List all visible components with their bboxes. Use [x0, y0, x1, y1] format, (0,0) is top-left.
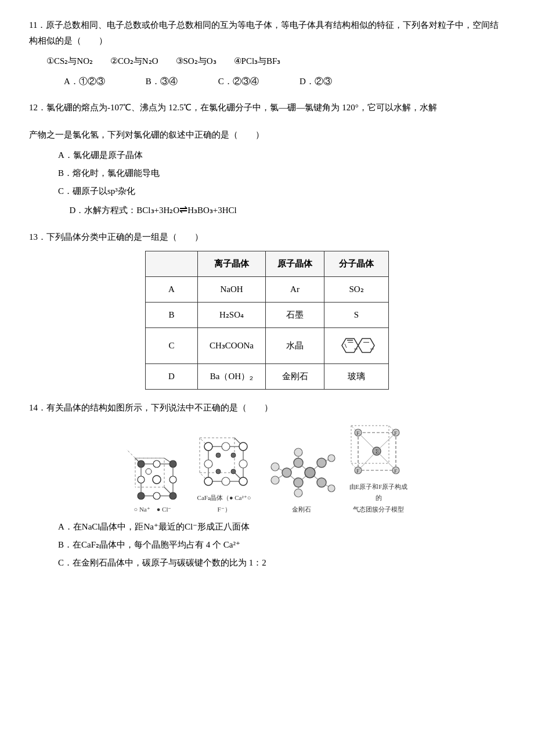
svg-line-94 [377, 433, 396, 451]
q11-opt-inline-3: ③SO₂与O₃ [176, 53, 217, 69]
diamond-crystal-svg [266, 447, 336, 502]
svg-line-11 [127, 449, 135, 458]
question-14: 14．有关晶体的结构如图所示，下列说法中不正确的是（ ） [29, 400, 505, 571]
q12-title: 12．氯化硼的熔点为-107℃、沸点为 12.5℃，在氯化硼分子中，氯—硼—氯键… [29, 100, 505, 116]
crystal-classification-table: 离子晶体 原子晶体 分子晶体 A NaOH Ar SO₂ B H₂SO₄ 石墨 … [145, 251, 389, 390]
svg-point-66 [305, 467, 315, 478]
q11-opt-d: D．②③ [300, 74, 332, 89]
caf2-crystal-svg [194, 435, 255, 490]
svg-point-69 [317, 478, 326, 487]
svg-point-42 [222, 442, 230, 451]
svg-point-45 [239, 460, 247, 468]
svg-point-62 [294, 448, 302, 456]
svg-line-5 [345, 344, 347, 348]
q11-opt-c: C．②③④ [218, 74, 259, 89]
q14-opt-b: B．在CaF₂晶体中，每个晶胞平均占有 4 个 Ca²⁺ [58, 537, 505, 553]
q11-options: A．①②③ B．③④ C．②③④ D．②③ [64, 74, 505, 89]
q11-opt-b: B．③④ [146, 74, 178, 89]
caf2-crystal-block: CaF₂晶体（● Ca²⁺○ F⁻） [192, 435, 256, 516]
q11-opt-inline-2: ②CO₂与N₂O [110, 53, 158, 69]
cell-c-atomic: 水晶 [266, 327, 324, 363]
question-12: 12．氯化硼的熔点为-107℃、沸点为 12.5℃，在氯化硼分子中，氯—硼—氯键… [29, 100, 505, 219]
svg-point-19 [153, 476, 161, 484]
nacl-crystal-block: ○ Na⁺ ● Cl⁻ [124, 447, 182, 516]
svg-point-23 [153, 492, 160, 499]
table-row: A NaOH Ar SO₂ [146, 276, 389, 302]
cell-b-atomic: 石墨 [266, 302, 324, 327]
q11-text: 原子总数相同、电子总数或价电子总数相同的互为等电子体，等电子体具有结构相似的特征… [29, 20, 499, 45]
svg-point-71 [294, 489, 302, 497]
table-row: D Ba（OH）₂ 金刚石 玻璃 [146, 363, 389, 389]
row-label-a: A [146, 276, 198, 302]
svg-point-38 [204, 442, 212, 451]
q12-opt-c: C．硼原子以sp³杂化 [58, 183, 505, 199]
svg-point-22 [169, 476, 176, 483]
svg-point-47 [231, 453, 236, 458]
svg-point-25 [169, 460, 176, 467]
col-header-molecular: 分子晶体 [324, 251, 389, 276]
q12-opt-b: B．熔化时，氯化硼能导电 [58, 165, 505, 181]
nacl-crystal-svg [124, 447, 182, 502]
q12-opt-d: D．水解方程式：BCl₃+3H₂O⇌H₃BO₃+3HCl [58, 201, 505, 219]
col-header-empty [146, 251, 198, 276]
svg-point-72 [328, 455, 335, 462]
q13-number: 13． [29, 232, 46, 242]
table-row: B H₂SO₄ 石墨 S [146, 302, 389, 327]
q11-opt-inline-1: ①CS₂与NO₂ [46, 53, 93, 69]
svg-point-21 [138, 476, 145, 483]
crystal-images-row: ○ Na⁺ ● Cl⁻ [29, 424, 505, 516]
question-11: 11．原子总数相同、电子总数或价电子总数相同的互为等电子体，等电子体具有结构相似… [29, 17, 505, 89]
svg-point-39 [239, 442, 247, 451]
q11-number: 11． [29, 20, 46, 30]
q11-opt-inline-4: ④PCl₃与BF₃ [234, 53, 281, 69]
nacl-caption: ○ Na⁺ ● Cl⁻ [134, 504, 171, 516]
q13-table-wrap: 离子晶体 原子晶体 分子晶体 A NaOH Ar SO₂ B H₂SO₄ 石墨 … [29, 251, 505, 390]
svg-point-20 [153, 460, 160, 467]
naphthalene-structure [336, 333, 377, 359]
cell-a-atomic: Ar [266, 276, 324, 302]
diamond-crystal-block: 金刚石 [266, 447, 336, 516]
svg-point-43 [222, 477, 230, 485]
row-label-b: B [146, 302, 198, 327]
svg-line-96 [358, 451, 377, 470]
ef4-crystal-svg: E F F F F [347, 424, 410, 479]
row-label-d: D [146, 363, 198, 389]
q12-options: A．氯化硼是原子晶体 B．熔化时，氯化硼能导电 C．硼原子以sp³杂化 D．水解… [58, 147, 505, 219]
svg-point-67 [294, 478, 303, 487]
q14-number: 14． [29, 403, 46, 412]
svg-point-46 [216, 453, 221, 458]
diamond-caption: 金刚石 [292, 504, 311, 516]
question-13: 13．下列晶体分类中正确的是一组是（ ） 离子晶体 原子晶体 分子晶体 A Na… [29, 229, 505, 390]
cell-d-ionic: Ba（OH）₂ [198, 363, 266, 389]
q11-title: 11．原子总数相同、电子总数或价电子总数相同的互为等电子体，等电子体具有结构相似… [29, 17, 505, 49]
svg-point-28 [146, 469, 151, 474]
ef4-caption: 由E原子和F原子构成的气态团簇分子模型 [347, 481, 410, 516]
cell-a-ionic: NaOH [198, 276, 266, 302]
svg-point-63 [271, 463, 279, 471]
svg-point-49 [231, 469, 236, 474]
ef4-crystal-block: E F F F F 由E原子和F原子构成的气态团簇分子模型 [347, 424, 410, 516]
svg-point-44 [204, 460, 212, 468]
svg-point-27 [169, 492, 176, 499]
q14-text: 有关晶体的结构如图所示，下列说法中不正确的是（ ） [46, 403, 273, 412]
q11-opt-a: A．①②③ [64, 74, 105, 89]
cell-b-molecular: S [324, 302, 389, 327]
q12-opt-a: A．氯化硼是原子晶体 [58, 147, 505, 163]
row-label-c: C [146, 327, 198, 363]
svg-point-65 [294, 458, 303, 467]
svg-point-73 [328, 485, 335, 492]
q12-text-cont: 产物之一是氯化氢，下列对氯化硼的叙述中正确的是（ ） [29, 127, 505, 143]
col-header-ionic: 离子晶体 [198, 251, 266, 276]
q14-options: A．在NaCl晶体中，距Na⁺最近的Cl⁻形成正八面体 B．在CaF₂晶体中，每… [58, 519, 505, 571]
svg-point-26 [138, 492, 145, 499]
col-header-atomic: 原子晶体 [266, 251, 324, 276]
table-row: C CH₃COONa 水晶 [146, 327, 389, 363]
q14-opt-c: C．在金刚石晶体中，碳原子与碳碳键个数的比为 1：2 [58, 555, 505, 571]
q14-title: 14．有关晶体的结构如图所示，下列说法中不正确的是（ ） [29, 400, 505, 416]
q13-text: 下列晶体分类中正确的是一组是（ ） [46, 232, 203, 242]
cell-a-molecular: SO₂ [324, 276, 389, 302]
q11-inline-options: ①CS₂与NO₂ ②CO₂与N₂O ③SO₂与O₃ ④PCl₃与BF₃ [46, 53, 505, 69]
svg-line-95 [377, 451, 396, 470]
svg-point-48 [216, 469, 221, 474]
cell-c-molecular [324, 327, 389, 363]
